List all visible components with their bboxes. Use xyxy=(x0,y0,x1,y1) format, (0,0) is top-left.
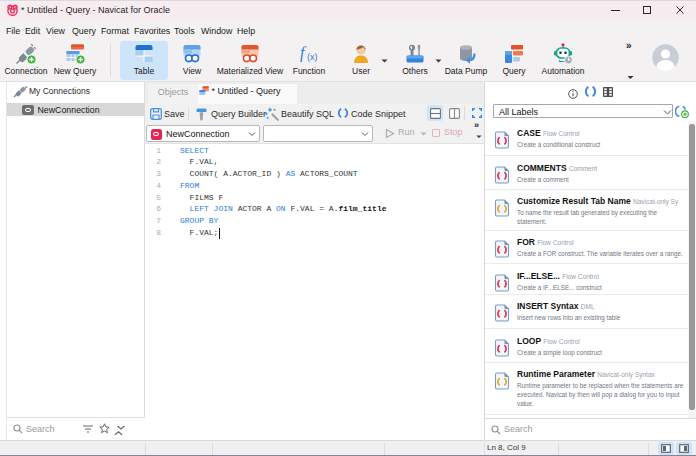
svg-text:(x): (x) xyxy=(307,52,318,62)
svg-text:f: f xyxy=(300,44,307,62)
